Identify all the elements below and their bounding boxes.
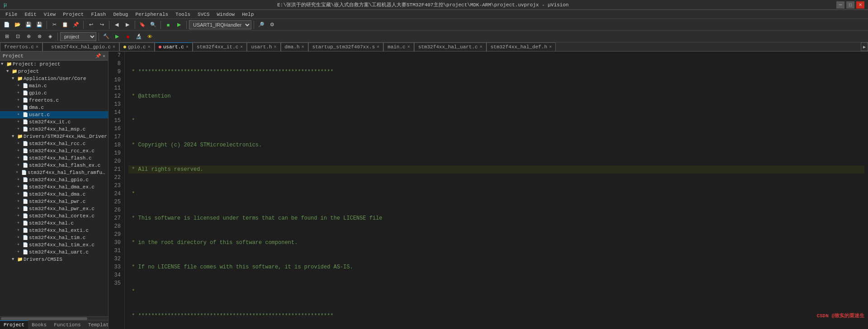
tree-item-it-c[interactable]: + 📄 stm32f4xx_it.c — [0, 118, 108, 126]
save-all-btn[interactable]: 💾 — [34, 20, 44, 29]
tab-close-icon[interactable]: × — [240, 45, 243, 50]
tab-close-icon[interactable]: × — [186, 45, 189, 50]
close-button[interactable]: ✕ — [856, 1, 864, 9]
sidebar-tab-functions[interactable]: Functions — [50, 320, 84, 329]
undo-btn[interactable]: ↩ — [86, 20, 96, 29]
tab-usart-h[interactable]: usart.h × — [247, 42, 280, 51]
tab-hal-gpio-c[interactable]: stm32f4xx_hal_gpio.c × — [42, 42, 119, 51]
paste-btn[interactable]: 📌 — [71, 20, 81, 29]
sidebar-hscroll[interactable] — [0, 316, 108, 320]
t2-debug-btn[interactable]: 🔬 — [134, 32, 144, 41]
tab-startup[interactable]: startup_stm32f407xx.s × — [308, 42, 384, 51]
tree-item-project[interactable]: ▼ 📁 project — [0, 68, 108, 75]
t2-btn5[interactable]: ◈ — [45, 32, 55, 41]
sidebar-tab-books[interactable]: Books — [28, 320, 50, 329]
tree-item-hal-dma-ex[interactable]: + 📄 stm32f4xx_hal_dma_ex.c — [0, 183, 108, 191]
tree-item-hal-pwr[interactable]: + 📄 stm32f4xx_hal_pwr.c — [0, 198, 108, 205]
cut-btn[interactable]: ✂ — [49, 20, 59, 29]
find-btn[interactable]: 🔍 — [148, 20, 158, 29]
tab-close-icon[interactable]: × — [148, 45, 151, 50]
tab-hal-def-h[interactable]: stm32f4xx_hal_def.h × — [486, 42, 556, 51]
tab-close-icon[interactable]: × — [36, 45, 38, 50]
copy-btn[interactable]: 📋 — [60, 20, 70, 29]
zoom-btn[interactable]: 🔎 — [256, 20, 266, 29]
t2-btn1[interactable]: ⊞ — [2, 32, 12, 41]
redo-btn[interactable]: ↪ — [97, 20, 107, 29]
tab-hal-uart-c[interactable]: stm32f4xx_hal_uart.c × — [414, 42, 486, 51]
save-btn[interactable]: 💾 — [24, 20, 33, 29]
build-btn[interactable]: ■ — [163, 20, 173, 29]
tab-close-icon[interactable]: × — [549, 45, 552, 50]
tab-usart-c[interactable]: usart.c × — [155, 42, 193, 51]
tree-item-hal-rcc-ex[interactable]: + 📄 stm32f4xx_hal_rcc_ex.c — [0, 147, 108, 155]
tree-item-hal-uart[interactable]: + 📄 stm32f4xx_hal_uart.c — [0, 249, 108, 256]
nav-fwd-btn[interactable]: ▶ — [123, 20, 132, 29]
tab-close-icon[interactable]: × — [274, 45, 277, 50]
open-btn[interactable]: 📂 — [13, 20, 23, 29]
tree-item-hal-pwr-ex[interactable]: + 📄 stm32f4xx_hal_pwr_ex.c — [0, 205, 108, 212]
tab-close-icon[interactable]: × — [113, 45, 115, 50]
tab-dma-h[interactable]: dma.h × — [281, 42, 308, 51]
menu-item-peripherals[interactable]: Peripherals — [132, 11, 172, 18]
menu-item-tools[interactable]: Tools — [172, 11, 194, 18]
tab-close-icon[interactable]: × — [302, 45, 304, 50]
tree-item-hal-gpio[interactable]: + 📄 stm32f4xx_hal_gpio.c — [0, 176, 108, 183]
tree-item-cmsis[interactable]: ▼ 📁 Drivers/CMSIS — [0, 256, 108, 263]
tree-item-hal-exti[interactable]: + 📄 stm32f4xx_hal_exti.c — [0, 227, 108, 234]
bookmark-btn[interactable]: 🔖 — [137, 20, 147, 29]
tree-item-main-c[interactable]: + 📄 main.c — [0, 82, 108, 89]
sidebar-tab-project[interactable]: Project — [0, 320, 28, 329]
t2-btn3[interactable]: ⊕ — [24, 32, 33, 41]
tree-item-hal[interactable]: + 📄 stm32f4xx_hal.c — [0, 220, 108, 227]
tree-item-hal-tim[interactable]: + 📄 stm32f4xx_hal_tim.c — [0, 234, 108, 241]
tab-close-icon[interactable]: × — [407, 45, 410, 50]
t2-build-btn[interactable]: 🔨 — [101, 32, 111, 41]
tree-item-hal-driver[interactable]: ▼ 📁 Drivers/STM32F4xx_HAL_Driver — [0, 133, 108, 140]
code-scroll[interactable]: 7 8 9 10 11 12 13 14 15 16 17 18 19 20 2… — [108, 52, 868, 329]
tree-item-dma-c[interactable]: + 📄 dma.c — [0, 104, 108, 111]
menu-item-window[interactable]: Window — [213, 11, 239, 18]
menu-item-view[interactable]: View — [40, 11, 59, 18]
tree-item-gpio-c[interactable]: + 📄 gpio.c — [0, 89, 108, 97]
project-dropdown[interactable]: project — [60, 32, 96, 41]
tree-item-hal-flash-ex[interactable]: + 📄 stm32f4xx_hal_flash_ex.c — [0, 162, 108, 169]
tree-item-project-root[interactable]: ▼ 📁 Project: project — [0, 61, 108, 68]
menu-item-help[interactable]: Help — [238, 11, 257, 18]
tree-item-hal-dma[interactable]: + 📄 stm32f4xx_hal_dma.c — [0, 191, 108, 198]
menu-item-edit[interactable]: Edit — [21, 11, 40, 18]
t2-run-btn[interactable]: ▶ — [112, 32, 122, 41]
code-content[interactable]: * **************************************… — [125, 52, 868, 329]
tree-item-hal-flash-ram[interactable]: + 📄 stm32f4xx_hal_flash_ramfunc.c — [0, 169, 108, 176]
t2-btn2[interactable]: ⊡ — [13, 32, 23, 41]
tab-gpio-c[interactable]: gpio.c × — [119, 42, 155, 51]
sidebar-close-btn[interactable]: ✕ — [103, 53, 105, 59]
tab-close-icon[interactable]: × — [480, 45, 482, 50]
menu-item-svcs[interactable]: SVCS — [194, 11, 213, 18]
nav-back-btn[interactable]: ◀ — [112, 20, 122, 29]
tree-item-app-user-core[interactable]: ▼ 📁 Application/User/Core — [0, 75, 108, 82]
tree-item-freertos-c[interactable]: + 📄 freertos.c — [0, 97, 108, 104]
t2-btn4[interactable]: ⊗ — [34, 32, 44, 41]
tab-close-icon[interactable]: × — [377, 45, 379, 50]
tree-item-hal-cortex[interactable]: + 📄 stm32f4xx_hal_cortex.c — [0, 212, 108, 220]
menu-item-debug[interactable]: Debug — [109, 11, 132, 18]
tab-scroll-right[interactable]: ▶ — [861, 42, 868, 51]
sidebar-tab-templates[interactable]: Templates — [85, 320, 108, 329]
tree-item-usart-c[interactable]: + 📄 usart.c — [0, 111, 108, 118]
tree-item-hal-rcc[interactable]: + 📄 stm32f4xx_hal_rcc.c — [0, 140, 108, 147]
t2-stop-btn[interactable]: ■ — [123, 32, 133, 41]
flash-btn[interactable]: ▶ — [174, 20, 184, 29]
maximize-button[interactable]: □ — [846, 1, 854, 9]
settings-btn[interactable]: ⚙ — [267, 20, 277, 29]
menu-item-flash[interactable]: Flash — [87, 11, 109, 18]
tree-item-hal-tim-ex[interactable]: + 📄 stm32f4xx_hal_tim_ex.c — [0, 241, 108, 249]
tree-item-msp-c[interactable]: + 📄 stm32f4xx_hal_msp.c — [0, 126, 108, 133]
tab-freertos-c[interactable]: freertos.c × — [0, 42, 42, 51]
t2-watch-btn[interactable]: 👁 — [145, 32, 155, 41]
sidebar-pin-btn[interactable]: 📌 — [95, 53, 101, 59]
tab-main-c[interactable]: main.c × — [383, 42, 414, 51]
tree-item-hal-flash[interactable]: + 📄 stm32f4xx_hal_flash.c — [0, 155, 108, 162]
minimize-button[interactable]: ─ — [836, 1, 844, 9]
tab-it-c[interactable]: stm32f4xx_it.c × — [193, 42, 247, 51]
new-btn[interactable]: 📄 — [2, 20, 12, 29]
